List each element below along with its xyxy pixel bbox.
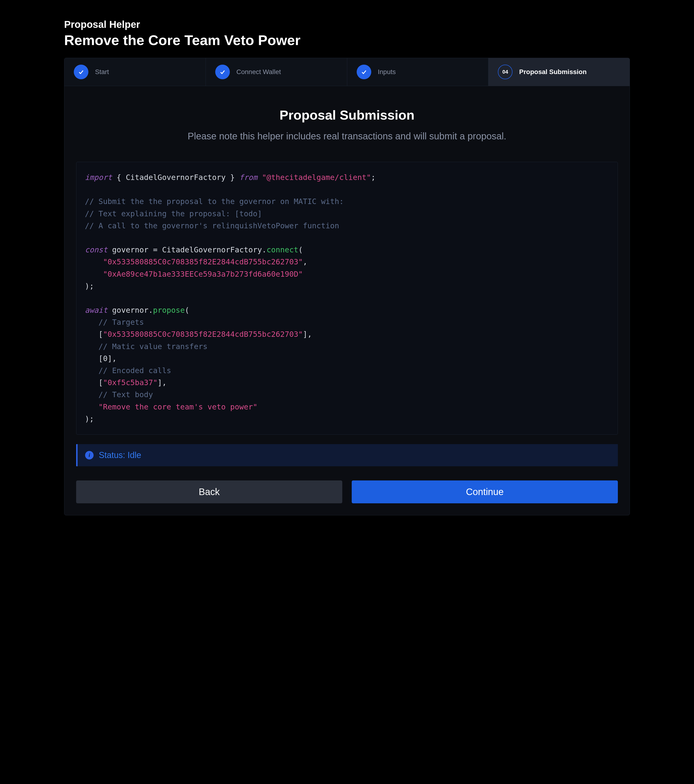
step-label: Proposal Submission bbox=[519, 68, 587, 76]
step-proposal-submission[interactable]: 04 Proposal Submission bbox=[488, 58, 630, 86]
code-token: [ bbox=[99, 378, 103, 387]
proposal-card: Start Connect Wallet Inputs 04 Proposal … bbox=[64, 58, 630, 516]
step-label: Start bbox=[95, 68, 109, 76]
code-token: "0xAe89ce47b1ae333EECe59a3a7b273fd6a60e1… bbox=[103, 270, 303, 278]
code-comment: // Targets bbox=[99, 318, 144, 327]
code-token: { CitadelGovernorFactory } bbox=[112, 173, 239, 182]
code-token: ( bbox=[185, 306, 189, 315]
back-button[interactable]: Back bbox=[76, 481, 342, 503]
code-token: "@thecitadelgame/client" bbox=[262, 173, 371, 182]
header-subtitle: Proposal Helper bbox=[64, 19, 630, 30]
code-comment: // Matic value transfers bbox=[99, 342, 207, 351]
code-token: const bbox=[85, 245, 107, 254]
section-description: Please note this helper includes real tr… bbox=[182, 129, 512, 143]
code-token: propose bbox=[153, 306, 185, 315]
code-token: ); bbox=[85, 414, 94, 423]
check-icon bbox=[215, 64, 230, 79]
step-start[interactable]: Start bbox=[64, 58, 206, 86]
code-token: [ bbox=[99, 330, 103, 339]
code-token: governor = CitadelGovernorFactory. bbox=[107, 245, 266, 254]
code-token: ( bbox=[298, 245, 303, 254]
code-token: await bbox=[85, 306, 107, 315]
code-token: from bbox=[239, 173, 257, 182]
step-number-badge: 04 bbox=[498, 64, 513, 79]
code-token: "0x533580885C0c708385f82E2844cdB755bc262… bbox=[103, 330, 303, 339]
page-title: Remove the Core Team Veto Power bbox=[64, 32, 630, 48]
code-token: governor. bbox=[107, 306, 153, 315]
code-comment: // Text explaining the proposal: [todo] bbox=[85, 209, 262, 218]
code-comment: // Encoded calls bbox=[99, 366, 171, 375]
code-token: "Remove the core team's veto power" bbox=[99, 402, 257, 411]
step-connect-wallet[interactable]: Connect Wallet bbox=[206, 58, 347, 86]
status-bar: i Status: Idle bbox=[76, 444, 618, 466]
code-token: ], bbox=[158, 378, 167, 387]
code-token: "0xf5c5ba37" bbox=[103, 378, 158, 387]
code-token: ; bbox=[371, 173, 375, 182]
code-token: [0], bbox=[99, 354, 117, 363]
status-text: Status: Idle bbox=[99, 450, 141, 460]
continue-button[interactable]: Continue bbox=[352, 481, 618, 503]
stepper: Start Connect Wallet Inputs 04 Proposal … bbox=[64, 58, 630, 86]
code-token: "0x533580885C0c708385f82E2844cdB755bc262… bbox=[103, 257, 303, 266]
code-comment: // Submit the the proposal to the govern… bbox=[85, 197, 344, 206]
code-token: , bbox=[303, 257, 308, 266]
step-label: Inputs bbox=[378, 68, 396, 76]
code-token: ], bbox=[303, 330, 312, 339]
code-token: connect bbox=[266, 245, 298, 254]
info-icon: i bbox=[85, 451, 94, 460]
step-inputs[interactable]: Inputs bbox=[347, 58, 489, 86]
step-label: Connect Wallet bbox=[237, 68, 281, 76]
code-comment: // Text body bbox=[99, 390, 153, 399]
section-title: Proposal Submission bbox=[76, 107, 618, 123]
code-preview: import { CitadelGovernorFactory } from "… bbox=[76, 162, 618, 435]
check-icon bbox=[74, 64, 89, 79]
code-token: ); bbox=[85, 282, 94, 291]
code-comment: // A call to the governor's relinquishVe… bbox=[85, 221, 339, 230]
check-icon bbox=[357, 64, 371, 79]
button-row: Back Continue bbox=[76, 481, 618, 503]
code-token: import bbox=[85, 173, 112, 182]
